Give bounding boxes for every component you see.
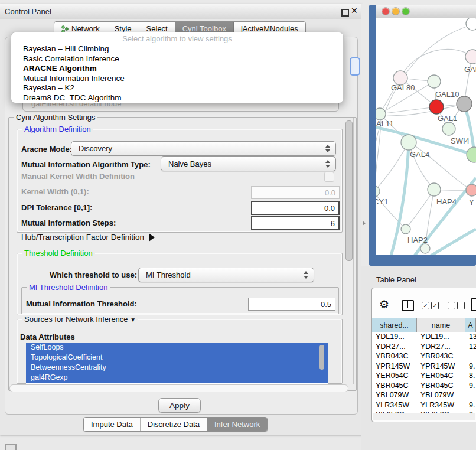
table-cell: 9. [465, 400, 476, 410]
hub-definition-expander[interactable]: Hub/Transcription Factor Definition [21, 233, 155, 242]
algorithm-definition-title: Algorithm Definition [22, 125, 93, 133]
network-node-GAL4[interactable] [401, 135, 416, 150]
sources-title-text: Sources for Network Inference [24, 315, 128, 324]
table-cell: YBR045C [372, 381, 417, 391]
network-node-label: GAL10 [435, 90, 459, 99]
network-node-GAL1[interactable] [429, 100, 444, 114]
network-canvas[interactable]: GALGAL80GAL10GAL1GAL11SWI4GAL4GCY1HAP4YH… [376, 18, 476, 255]
table-settings-gear-icon[interactable]: ⚙ [379, 298, 389, 311]
algorithm-option-dream8-dc-tdc-algorithm[interactable]: Dream8 DC_TDC Algorithm [23, 93, 337, 103]
table-cell: YBL079W [417, 390, 465, 400]
table-row[interactable]: YDL19...YDL19...13 [372, 332, 476, 342]
close-traffic-light[interactable] [382, 8, 389, 15]
algorithm-option-bayesian-k2[interactable]: Bayesian – K2 [23, 83, 337, 93]
which-threshold-select[interactable]: MI Threshold [138, 268, 314, 282]
zoom-traffic-light[interactable] [402, 8, 409, 15]
manual-kernel-width-checkbox[interactable] [324, 172, 334, 182]
table-cell: YDR27... [417, 342, 465, 352]
table-row[interactable]: YDR27...YDR27...12 [372, 342, 476, 352]
bottom-tab-label: Impute Data [91, 420, 133, 429]
table-cell: YBR045C [417, 381, 465, 391]
algorithm-option-basic-correlation-inference[interactable]: Basic Correlation Inference [23, 54, 337, 64]
table-row[interactable]: YBR043CYBR043C [372, 351, 476, 361]
network-node-salmon-node[interactable] [466, 184, 476, 196]
network-node-HAP2[interactable] [401, 224, 410, 234]
mi-threshold-field[interactable]: 0.5 [248, 298, 335, 311]
data-attribute-item[interactable]: TopologicalCoefficient [26, 353, 328, 363]
minimize-traffic-light[interactable] [392, 8, 399, 15]
sources-group-title[interactable]: Sources for Network Inference ▼ [22, 315, 138, 324]
checked-checkbox-icon[interactable]: ✓ [431, 302, 439, 309]
dpi-tolerance-field[interactable]: 0.0 [251, 201, 340, 215]
network-node-gray-node[interactable] [457, 96, 472, 112]
network-edge [400, 49, 472, 78]
network-node-label: GCY1 [376, 197, 388, 206]
bottom-tab-infer-network[interactable]: Infer Network [207, 418, 267, 431]
algorithm-option-bayesian-hill-climbing[interactable]: Bayesian – Hill Climbing [23, 44, 337, 54]
unchecked-checkbox-icon[interactable] [448, 302, 455, 309]
network-node-GAL11[interactable] [376, 108, 386, 120]
network-node-GAL10[interactable] [428, 75, 441, 88]
table-horizontal-scrollbar[interactable] [373, 413, 475, 420]
bottom-tab-impute-data[interactable]: Impute Data [84, 418, 141, 431]
network-node-HAP4[interactable] [428, 183, 441, 196]
column-layout-icon[interactable] [402, 300, 414, 311]
table-row[interactable]: YPR145WYPR145W9. [372, 361, 476, 371]
aracne-mode-select[interactable]: Discovery [71, 141, 336, 156]
apply-button[interactable]: Apply [158, 398, 201, 413]
data-attribute-item[interactable]: SelfLoops [26, 343, 328, 353]
network-node-GCY1[interactable] [376, 186, 380, 197]
minimized-panel-icon[interactable] [5, 444, 17, 450]
screen: Control Panel ✕ NetworkStyleSelectCyni T… [0, 0, 476, 450]
bottom-tab-discretize-data[interactable]: Discretize Data [141, 418, 207, 431]
table-cell: 13 [465, 332, 476, 342]
panel-splitter[interactable] [361, 4, 369, 266]
close-panel-icon[interactable]: ✕ [351, 6, 358, 15]
table-row[interactable]: YBL079WYBL079W [372, 390, 476, 400]
table-column-header[interactable]: name [417, 318, 465, 332]
table-row[interactable]: YBR045CYBR045C9. [372, 381, 476, 391]
document-icon[interactable] [471, 298, 476, 311]
table-cell: YER054C [417, 371, 465, 381]
restore-window-icon[interactable] [341, 9, 349, 17]
data-attribute-item[interactable]: gal4RGexp [26, 373, 328, 383]
bottom-tab-label: Discretize Data [148, 420, 200, 429]
network-node-big-green[interactable] [467, 147, 476, 162]
algorithm-dropdown-popup: Select algorithm to view settings Bayesi… [11, 32, 344, 103]
table-row[interactable]: YER054CYER054C8. [372, 371, 476, 381]
network-window-titlebar[interactable] [376, 5, 476, 18]
network-node-SWI4[interactable] [442, 122, 455, 135]
dpi-tolerance-label: DPI Tolerance [0,1]: [21, 203, 92, 212]
settings-scrollbar-thumb[interactable] [345, 120, 353, 261]
data-attribute-item[interactable]: BetweennessCentrality [26, 363, 328, 373]
kernel-width-field[interactable]: 0.0 [251, 186, 340, 199]
network-edge [380, 107, 436, 114]
splitter-handle-icon[interactable] [363, 221, 366, 226]
algorithm-option-mutual-information-inference[interactable]: Mutual Information Inference [23, 74, 337, 84]
list-scrollbar[interactable] [319, 344, 325, 381]
network-node-top-partial[interactable] [466, 18, 476, 30]
table-cell: YDL19... [372, 332, 417, 342]
stepper-arrows-icon [325, 159, 331, 168]
settings-horizontal-scrollbar[interactable] [9, 384, 348, 392]
expand-arrow-icon [149, 233, 155, 242]
mi-steps-field[interactable]: 6 [251, 216, 340, 230]
table-cell [465, 390, 476, 400]
mi-algorithm-type-value: Naive Bayes [168, 159, 211, 168]
control-panel-titlebar[interactable] [0, 4, 361, 19]
dropdown-item-list: Bayesian – Hill ClimbingBasic Correlatio… [23, 44, 337, 103]
network-node-bottom-partial[interactable] [420, 244, 430, 253]
table-column-header[interactable]: shared... [372, 318, 417, 332]
data-attributes-list[interactable]: SelfLoopsTopologicalCoefficientBetweenne… [26, 343, 328, 384]
table-cell: YPR145W [372, 361, 417, 371]
checked-checkbox-icon[interactable]: ✓ [422, 302, 429, 309]
table-cell: YLR345W [372, 400, 417, 410]
mi-algorithm-type-select[interactable]: Naive Bayes [161, 156, 336, 171]
table-column-header[interactable]: A [465, 318, 476, 332]
settings-group-title: Cyni Algorithm Settings [14, 113, 97, 122]
unchecked-checkbox-icon[interactable] [457, 302, 465, 309]
algorithm-option-aracne-algorithm[interactable]: ARACNE Algorithm [23, 64, 337, 74]
network-node-gal-cut[interactable] [465, 50, 476, 64]
table-row[interactable]: YLR345WYLR345W9. [372, 400, 476, 410]
bottom-tab-label: Infer Network [214, 420, 260, 429]
